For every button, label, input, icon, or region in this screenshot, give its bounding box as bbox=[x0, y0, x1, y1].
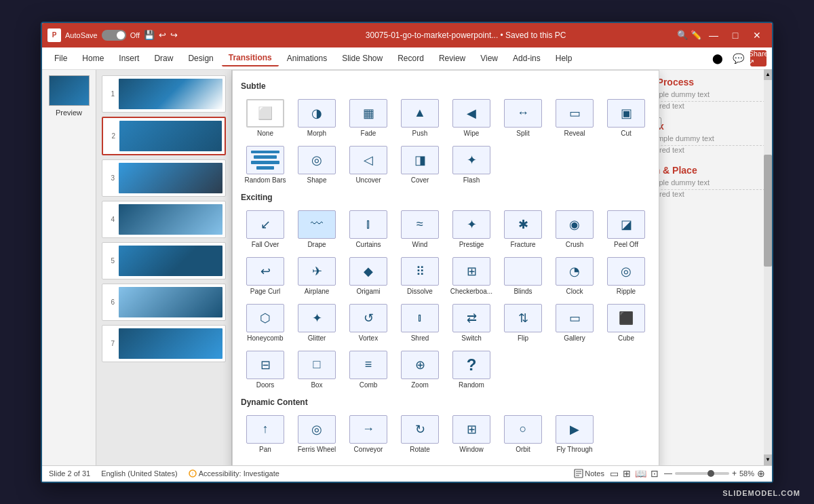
transition-conveyor[interactable]: → Conveyor bbox=[344, 412, 393, 457]
transition-zoom[interactable]: ⊕ Zoom bbox=[395, 348, 444, 392]
transition-crush[interactable]: ◉ Crush bbox=[550, 208, 599, 252]
tab-insert[interactable]: Insert bbox=[112, 51, 146, 66]
transition-checkerboard[interactable]: ⊞ Checkerboa... bbox=[447, 254, 496, 298]
autosave-toggle[interactable] bbox=[102, 30, 126, 41]
transition-shred[interactable]: ⫾ Shred bbox=[395, 301, 444, 345]
origami-icon: ◆ bbox=[349, 257, 387, 286]
transition-origami[interactable]: ◆ Origami bbox=[344, 254, 393, 298]
zoom-in-btn[interactable]: + bbox=[732, 469, 737, 478]
normal-view-btn[interactable]: ▭ bbox=[610, 468, 619, 479]
transition-prestige[interactable]: ✦ Prestige bbox=[447, 208, 496, 252]
slide-thumb-1[interactable]: 1 bbox=[102, 75, 226, 113]
transition-airplane[interactable]: ✈ Airplane bbox=[292, 254, 341, 298]
slide-thumb-2[interactable]: 2 bbox=[102, 117, 226, 155]
transition-shape[interactable]: ◎ Shape bbox=[292, 143, 341, 187]
share-btn[interactable]: Share ↗ bbox=[750, 50, 767, 66]
pen-icon[interactable]: ✏️ bbox=[691, 30, 701, 40]
transition-cut[interactable]: ▣ Cut bbox=[602, 96, 651, 140]
transition-blinds[interactable]: Blinds bbox=[499, 254, 547, 298]
transition-split[interactable]: ↔ Split bbox=[499, 96, 547, 140]
scroll-down-btn[interactable]: ▼ bbox=[764, 454, 772, 465]
checkerboard-icon: ⊞ bbox=[452, 257, 490, 286]
tab-slideshow[interactable]: Slide Show bbox=[335, 51, 389, 66]
tab-draw[interactable]: Draw bbox=[147, 51, 180, 66]
slide-thumb-7[interactable]: 7 bbox=[102, 325, 226, 362]
transition-pan[interactable]: ↑ Pan bbox=[241, 412, 290, 457]
transition-none[interactable]: ⬜ None bbox=[241, 96, 290, 140]
transition-curtains[interactable]: ⫿ Curtains bbox=[344, 208, 393, 252]
transition-comb[interactable]: ≡ Comb bbox=[344, 348, 393, 392]
title-bar: P AutoSave Off 💾 ↩ ↪ 30075-01-go-to-mark… bbox=[42, 23, 772, 47]
tab-view[interactable]: View bbox=[473, 51, 505, 66]
transition-window[interactable]: ⊞ Window bbox=[447, 412, 496, 457]
search-icon[interactable]: 🔍 bbox=[677, 30, 688, 40]
transition-push[interactable]: ▲ Push bbox=[395, 96, 444, 140]
transition-morph[interactable]: ◑ Morph bbox=[292, 96, 341, 140]
transition-fracture[interactable]: ✱ Fracture bbox=[499, 208, 547, 252]
uncover-icon: ◁ bbox=[349, 146, 387, 174]
transition-clock[interactable]: ◔ Clock bbox=[550, 254, 599, 298]
transition-vortex[interactable]: ↺ Vortex bbox=[344, 301, 393, 345]
reading-view-btn[interactable]: 📖 bbox=[635, 468, 646, 479]
comment-btn[interactable]: 💬 bbox=[730, 50, 746, 66]
tab-transitions[interactable]: Transitions bbox=[222, 50, 279, 66]
transition-box[interactable]: □ Box bbox=[292, 348, 341, 392]
transition-switch[interactable]: ⇄ Switch bbox=[447, 301, 496, 345]
scrollbar-thumb[interactable] bbox=[764, 155, 772, 267]
close-button[interactable]: ✕ bbox=[748, 26, 767, 45]
transition-random[interactable]: ? Random bbox=[447, 348, 496, 392]
record-btn[interactable]: ⬤ bbox=[710, 50, 726, 66]
maximize-button[interactable]: □ bbox=[726, 26, 745, 45]
slideshow-btn[interactable]: ⊡ bbox=[651, 468, 659, 479]
zoom-out-btn[interactable]: — bbox=[664, 469, 672, 478]
transition-dissolve[interactable]: ⠿ Dissolve bbox=[395, 254, 444, 298]
tab-file[interactable]: File bbox=[47, 51, 74, 66]
slide-sorter-btn[interactable]: ⊞ bbox=[623, 468, 631, 479]
transition-flip[interactable]: ⇅ Flip bbox=[499, 301, 547, 345]
tab-addins[interactable]: Add-ins bbox=[506, 51, 547, 66]
transition-orbit[interactable]: ○ Orbit bbox=[499, 412, 547, 457]
transition-fall-over[interactable]: ↙ Fall Over bbox=[241, 208, 290, 252]
minimize-button[interactable]: — bbox=[704, 26, 723, 45]
transition-rotate[interactable]: ↻ Rotate bbox=[395, 412, 444, 457]
ferris-wheel-icon: ◎ bbox=[298, 415, 336, 444]
tab-review[interactable]: Review bbox=[432, 51, 472, 66]
transition-reveal[interactable]: ▭ Reveal bbox=[550, 96, 599, 140]
transition-random-bars[interactable]: Random Bars bbox=[241, 143, 290, 187]
crush-label: Crush bbox=[566, 241, 584, 249]
tab-animations[interactable]: Animations bbox=[280, 51, 334, 66]
transition-fade[interactable]: ▦ Fade bbox=[344, 96, 393, 140]
fit-slide-btn[interactable]: ⊕ bbox=[757, 468, 765, 479]
honeycomb-label: Honeycomb bbox=[247, 334, 283, 343]
notes-btn[interactable]: Notes bbox=[574, 469, 604, 478]
slide-thumb-3[interactable]: 3 bbox=[102, 159, 226, 197]
transition-doors[interactable]: ⊟ Doors bbox=[241, 348, 290, 392]
transition-ripple[interactable]: ◎ Ripple bbox=[602, 254, 651, 298]
transition-glitter[interactable]: ✦ Glitter bbox=[292, 301, 341, 345]
slide-thumb-4[interactable]: 4 bbox=[102, 201, 226, 238]
slide-thumb-6[interactable]: 6 bbox=[102, 284, 226, 321]
zoom-slider[interactable] bbox=[675, 472, 729, 475]
transition-ferris-wheel[interactable]: ◎ Ferris Wheel bbox=[292, 412, 341, 457]
tab-record[interactable]: Record bbox=[391, 51, 431, 66]
save-icon[interactable]: 💾 bbox=[144, 30, 155, 40]
transition-flash[interactable]: ✦ Flash bbox=[447, 143, 496, 187]
tab-help[interactable]: Help bbox=[549, 51, 579, 66]
transition-gallery[interactable]: ▭ Gallery bbox=[550, 301, 599, 345]
transition-wind[interactable]: ≈ Wind bbox=[395, 208, 444, 252]
slide-thumb-5[interactable]: 5 bbox=[102, 242, 226, 279]
transition-uncover[interactable]: ◁ Uncover bbox=[344, 143, 393, 187]
transition-cube[interactable]: ⬛ Cube bbox=[602, 301, 651, 345]
transition-fly-through[interactable]: ▶ Fly Through bbox=[550, 412, 599, 457]
transition-wipe[interactable]: ◀ Wipe bbox=[447, 96, 496, 140]
transition-honeycomb[interactable]: ⬡ Honeycomb bbox=[241, 301, 290, 345]
transition-peel-off[interactable]: ◪ Peel Off bbox=[602, 208, 651, 252]
redo-icon[interactable]: ↪ bbox=[170, 30, 178, 40]
transition-cover[interactable]: ◨ Cover bbox=[395, 143, 444, 187]
tab-design[interactable]: Design bbox=[181, 51, 220, 66]
transition-page-curl[interactable]: ↩ Page Curl bbox=[241, 254, 290, 298]
tab-home[interactable]: Home bbox=[75, 51, 111, 66]
undo-icon[interactable]: ↩ bbox=[159, 30, 166, 40]
transition-drape[interactable]: 〰 Drape bbox=[292, 208, 341, 252]
scroll-up-btn[interactable]: ▲ bbox=[764, 70, 772, 80]
